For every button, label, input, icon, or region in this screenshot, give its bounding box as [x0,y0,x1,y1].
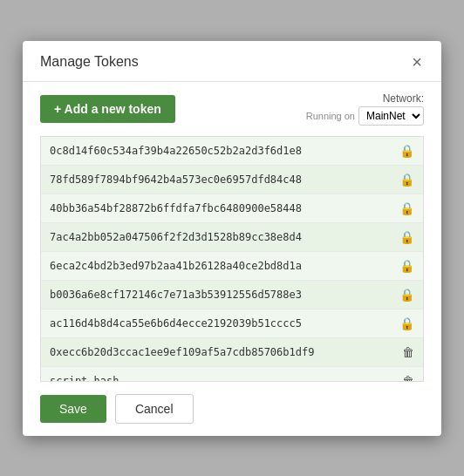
toolbar: + Add a new token Network: Running on Ma… [23,82,441,136]
delete-icon[interactable]: 🗑 [402,374,414,381]
dialog-title: Manage Tokens [40,54,139,70]
save-button[interactable]: Save [40,395,106,423]
running-on-label: Running on [306,111,355,121]
network-select[interactable]: MainNet TestNet [358,106,424,126]
lock-icon[interactable]: 🔒 [399,173,414,187]
lock-icon[interactable]: 🔒 [399,201,414,215]
token-row: ac116d4b8d4ca55e6b6d4ecce2192039b51cccc5… [41,309,423,338]
lock-icon[interactable]: 🔒 [399,259,414,273]
token-hash: ac116d4b8d4ca55e6b6d4ecce2192039b51cccc5 [50,317,392,330]
token-row: 78fd589f7894bf9642b4a573ec0e6957dfd84c48… [41,166,423,194]
token-list-wrapper: 0c8d14f60c534af39b4a22650c52b2a2d3f6d1e8… [40,136,424,382]
token-hash: 6eca2c4bd2b3ed97b2aa41b26128a40ce2bd8d1a [50,260,392,272]
token-hash: script hash [50,375,395,381]
token-row: 0c8d14f60c534af39b4a22650c52b2a2d3f6d1e8… [41,137,423,166]
token-row: 6eca2c4bd2b3ed97b2aa41b26128a40ce2bd8d1a… [41,252,423,281]
lock-icon[interactable]: 🔒 [399,230,414,244]
dialog-header: Manage Tokens × [23,41,441,82]
lock-icon[interactable]: 🔒 [399,144,414,158]
token-hash: 78fd589f7894bf9642b4a573ec0e6957dfd84c48 [50,173,392,186]
network-label: Network: [383,92,424,105]
token-row: 40bb36a54bf28872b6ffdfa7fbc6480900e58448… [41,194,423,223]
network-selector: Network: Running on MainNet TestNet [306,92,424,126]
token-hash: 0c8d14f60c534af39b4a22650c52b2a2d3f6d1e8 [50,145,392,157]
lock-icon[interactable]: 🔒 [399,288,414,302]
close-button[interactable]: × [410,53,424,71]
lock-icon[interactable]: 🔒 [399,316,414,330]
token-row: script hash🗑 [41,367,423,381]
token-row: 7ac4a2bb052a047506f2f2d3d1528b89cc38e8d4… [41,223,423,252]
cancel-button[interactable]: Cancel [115,394,194,424]
dialog-footer: Save Cancel [23,382,441,436]
token-hash: 7ac4a2bb052a047506f2f2d3d1528b89cc38e8d4 [50,231,392,243]
token-row: 0xecc6b20d3ccac1ee9ef109af5a7cdb85706b1d… [41,338,423,367]
delete-icon[interactable]: 🗑 [402,345,414,359]
token-row: b0036a6e8cf172146c7e71a3b53912556d5788e3… [41,281,423,309]
token-list: 0c8d14f60c534af39b4a22650c52b2a2d3f6d1e8… [41,137,423,381]
network-row: Running on MainNet TestNet [306,106,424,126]
token-hash: 0xecc6b20d3ccac1ee9ef109af5a7cdb85706b1d… [50,346,395,358]
token-hash: b0036a6e8cf172146c7e71a3b53912556d5788e3 [50,289,392,301]
manage-tokens-dialog: Manage Tokens × + Add a new token Networ… [23,41,441,436]
add-token-button[interactable]: + Add a new token [40,95,175,123]
token-hash: 40bb36a54bf28872b6ffdfa7fbc6480900e58448 [50,202,392,214]
